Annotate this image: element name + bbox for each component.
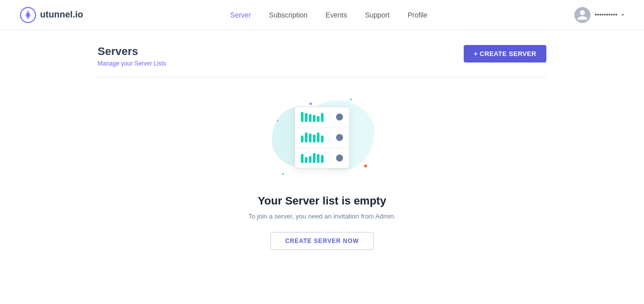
bar bbox=[301, 112, 303, 122]
server-row-3 bbox=[295, 148, 349, 168]
bar bbox=[321, 155, 324, 163]
bar bbox=[309, 114, 311, 122]
bar bbox=[309, 156, 311, 163]
bar bbox=[301, 154, 303, 163]
server-row-2 bbox=[295, 128, 349, 148]
bar bbox=[317, 116, 319, 122]
nav-item-support[interactable]: Support bbox=[365, 11, 390, 19]
create-server-now-button[interactable]: CREATE SERVER NOW bbox=[270, 232, 373, 250]
page-title-area: Servers Manage your Server Lists bbox=[98, 45, 166, 67]
create-server-button[interactable]: + CREATE SERVER bbox=[464, 45, 546, 62]
page-title: Servers bbox=[98, 45, 166, 58]
logo[interactable]: utunnel.io bbox=[20, 7, 83, 23]
bar bbox=[305, 132, 307, 142]
server-bars-3 bbox=[301, 153, 324, 163]
bar bbox=[301, 136, 303, 142]
logo-text: utunnel.io bbox=[40, 10, 83, 20]
avatar-icon bbox=[576, 9, 588, 21]
bar bbox=[309, 134, 311, 142]
nav-item-server[interactable]: Server bbox=[230, 11, 251, 19]
bar bbox=[313, 115, 315, 122]
decorative-dot-1 bbox=[309, 102, 312, 105]
page-header: Servers Manage your Server Lists + CREAT… bbox=[98, 45, 546, 67]
page-subtitle: Manage your Server Lists bbox=[98, 60, 166, 67]
main-nav: Server Subscription Events Support Profi… bbox=[230, 11, 428, 19]
nav-item-subscription[interactable]: Subscription bbox=[269, 11, 307, 19]
decorative-dot-3 bbox=[364, 164, 367, 168]
nav-item-profile[interactable]: Profile bbox=[408, 11, 428, 19]
empty-state: Your Server list is empty To join a serv… bbox=[98, 78, 546, 250]
app-header: utunnel.io Server Subscription Events Su… bbox=[0, 0, 644, 30]
server-row-1 bbox=[295, 107, 349, 128]
empty-state-title: Your Server list is empty bbox=[258, 194, 386, 208]
bar bbox=[321, 113, 324, 122]
server-dot-1 bbox=[336, 114, 343, 120]
bar bbox=[321, 136, 324, 142]
avatar bbox=[574, 7, 590, 23]
main-content: Servers Manage your Server Lists + CREAT… bbox=[0, 30, 644, 250]
logo-icon bbox=[20, 7, 36, 23]
server-bars-1 bbox=[301, 112, 324, 122]
server-dot-3 bbox=[336, 154, 343, 162]
bar bbox=[313, 134, 315, 142]
server-illustration bbox=[267, 92, 377, 182]
svg-point-2 bbox=[27, 14, 30, 16]
dropdown-chevron-icon: ▾ bbox=[621, 12, 624, 18]
decorative-dot-5 bbox=[277, 120, 278, 122]
decorative-dot-4 bbox=[282, 173, 284, 175]
bar bbox=[305, 113, 307, 122]
empty-state-subtitle: To join a server, you need an invitation… bbox=[248, 212, 396, 220]
user-menu[interactable]: •••••••••• ▾ bbox=[574, 7, 624, 23]
bar bbox=[305, 157, 307, 163]
bar bbox=[317, 132, 319, 142]
server-dot-2 bbox=[336, 134, 343, 141]
bar bbox=[317, 154, 319, 163]
bar bbox=[313, 153, 315, 163]
username-text: •••••••••• bbox=[594, 11, 617, 18]
nav-item-events[interactable]: Events bbox=[326, 11, 347, 19]
decorative-dot-2 bbox=[350, 98, 352, 100]
server-rack bbox=[294, 106, 350, 168]
server-bars-2 bbox=[301, 132, 324, 142]
